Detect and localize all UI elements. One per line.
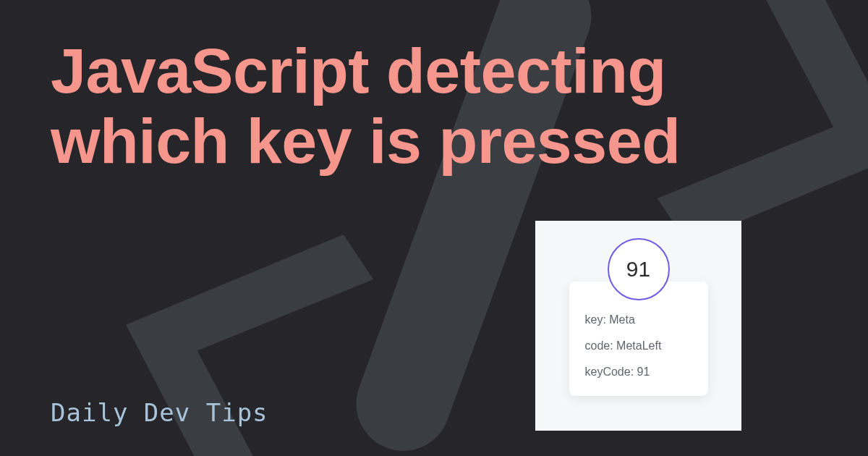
article-title: JavaScript detecting which key is presse… [51,36,817,177]
keycode-row: keyCode: 91 [585,366,692,379]
brand-label: Daily Dev Tips [51,398,268,427]
keypress-demo-panel: 91 key: Meta code: MetaLeft keyCode: 91 [535,221,741,431]
key-row: key: Meta [585,313,692,326]
keycode-number: 91 [626,257,650,282]
code-row: code: MetaLeft [585,339,692,352]
keycode-circle: 91 [608,238,670,300]
